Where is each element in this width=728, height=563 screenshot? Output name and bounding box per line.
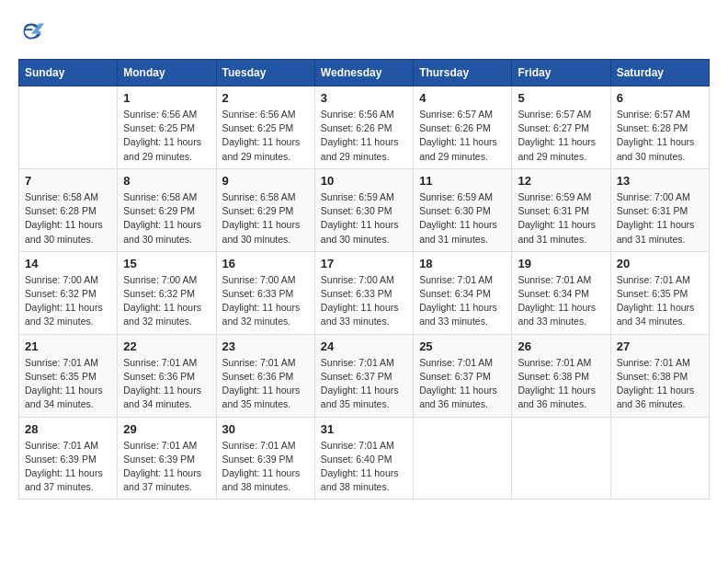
- day-number: 20: [617, 257, 703, 270]
- calendar-cell: 11Sunrise: 6:59 AM Sunset: 6:30 PM Dayli…: [414, 168, 512, 251]
- calendar-cell: 19Sunrise: 7:01 AM Sunset: 6:34 PM Dayli…: [512, 251, 610, 334]
- calendar-cell: 4Sunrise: 6:57 AM Sunset: 6:26 PM Daylig…: [414, 86, 512, 169]
- day-number: 6: [617, 91, 703, 105]
- calendar-cell: 23Sunrise: 7:01 AM Sunset: 6:36 PM Dayli…: [216, 334, 314, 417]
- day-info: Sunrise: 7:01 AM Sunset: 6:39 PM Dayligh…: [222, 439, 309, 495]
- day-number: 22: [123, 339, 210, 353]
- header-saturday: Saturday: [610, 60, 709, 86]
- day-info: Sunrise: 7:01 AM Sunset: 6:38 PM Dayligh…: [617, 356, 703, 412]
- day-info: Sunrise: 7:01 AM Sunset: 6:37 PM Dayligh…: [419, 356, 506, 412]
- calendar-cell: 14Sunrise: 7:00 AM Sunset: 6:32 PM Dayli…: [19, 251, 118, 334]
- day-info: Sunrise: 6:58 AM Sunset: 6:29 PM Dayligh…: [123, 190, 210, 247]
- day-number: 15: [123, 257, 210, 270]
- day-number: 13: [617, 174, 703, 188]
- calendar-cell: 18Sunrise: 7:01 AM Sunset: 6:34 PM Dayli…: [414, 251, 512, 334]
- calendar-cell: 31Sunrise: 7:01 AM Sunset: 6:40 PM Dayli…: [314, 417, 413, 500]
- calendar-cell: 24Sunrise: 7:01 AM Sunset: 6:37 PM Dayli…: [314, 334, 413, 417]
- header-thursday: Thursday: [414, 60, 512, 86]
- logo-icon: [18, 18, 44, 44]
- calendar-cell: 6Sunrise: 6:57 AM Sunset: 6:28 PM Daylig…: [610, 86, 709, 169]
- calendar-cell: [414, 417, 512, 500]
- week-row-4: 28Sunrise: 7:01 AM Sunset: 6:39 PM Dayli…: [19, 417, 710, 500]
- day-info: Sunrise: 6:57 AM Sunset: 6:27 PM Dayligh…: [518, 108, 604, 164]
- day-info: Sunrise: 6:59 AM Sunset: 6:30 PM Dayligh…: [419, 190, 506, 247]
- week-row-3: 21Sunrise: 7:01 AM Sunset: 6:35 PM Dayli…: [19, 334, 710, 417]
- day-number: 1: [123, 91, 210, 105]
- calendar-cell: 28Sunrise: 7:01 AM Sunset: 6:39 PM Dayli…: [19, 417, 118, 500]
- day-info: Sunrise: 7:00 AM Sunset: 6:31 PM Dayligh…: [617, 190, 703, 247]
- calendar-cell: 27Sunrise: 7:01 AM Sunset: 6:38 PM Dayli…: [610, 334, 709, 417]
- header-monday: Monday: [118, 60, 216, 86]
- week-row-0: 1Sunrise: 6:56 AM Sunset: 6:25 PM Daylig…: [19, 86, 710, 169]
- day-number: 16: [222, 257, 309, 270]
- calendar-table: SundayMondayTuesdayWednesdayThursdayFrid…: [18, 59, 710, 500]
- day-info: Sunrise: 7:00 AM Sunset: 6:32 PM Dayligh…: [123, 273, 210, 329]
- calendar-cell: [610, 417, 709, 500]
- day-number: 12: [518, 174, 604, 188]
- logo: [18, 18, 48, 44]
- day-number: 4: [419, 91, 506, 105]
- calendar-header: SundayMondayTuesdayWednesdayThursdayFrid…: [19, 60, 710, 86]
- day-number: 21: [25, 339, 111, 353]
- calendar-cell: 3Sunrise: 6:56 AM Sunset: 6:26 PM Daylig…: [314, 86, 413, 169]
- calendar-cell: 8Sunrise: 6:58 AM Sunset: 6:29 PM Daylig…: [118, 168, 216, 251]
- calendar-cell: [512, 417, 610, 500]
- calendar-cell: 13Sunrise: 7:00 AM Sunset: 6:31 PM Dayli…: [610, 168, 709, 251]
- calendar-cell: 7Sunrise: 6:58 AM Sunset: 6:28 PM Daylig…: [19, 168, 118, 251]
- calendar-cell: 25Sunrise: 7:01 AM Sunset: 6:37 PM Dayli…: [414, 334, 512, 417]
- day-info: Sunrise: 7:00 AM Sunset: 6:33 PM Dayligh…: [222, 273, 309, 329]
- header-wednesday: Wednesday: [314, 60, 413, 86]
- day-number: 30: [222, 422, 309, 436]
- day-number: 11: [419, 174, 506, 188]
- header-sunday: Sunday: [19, 60, 118, 86]
- day-number: 23: [222, 339, 309, 353]
- day-info: Sunrise: 7:00 AM Sunset: 6:32 PM Dayligh…: [25, 273, 111, 329]
- calendar-cell: [19, 86, 118, 169]
- calendar-cell: 21Sunrise: 7:01 AM Sunset: 6:35 PM Dayli…: [19, 334, 118, 417]
- day-info: Sunrise: 7:00 AM Sunset: 6:33 PM Dayligh…: [321, 273, 407, 329]
- day-info: Sunrise: 6:56 AM Sunset: 6:25 PM Dayligh…: [123, 108, 210, 164]
- day-info: Sunrise: 7:01 AM Sunset: 6:39 PM Dayligh…: [25, 439, 111, 495]
- day-number: 9: [222, 174, 309, 188]
- day-info: Sunrise: 6:57 AM Sunset: 6:28 PM Dayligh…: [617, 108, 703, 164]
- calendar-cell: 12Sunrise: 6:59 AM Sunset: 6:31 PM Dayli…: [512, 168, 610, 251]
- day-info: Sunrise: 7:01 AM Sunset: 6:36 PM Dayligh…: [222, 356, 309, 412]
- header-friday: Friday: [512, 60, 610, 86]
- day-info: Sunrise: 6:56 AM Sunset: 6:25 PM Dayligh…: [222, 108, 309, 164]
- day-info: Sunrise: 6:59 AM Sunset: 6:31 PM Dayligh…: [518, 190, 604, 247]
- day-info: Sunrise: 7:01 AM Sunset: 6:40 PM Dayligh…: [321, 439, 407, 495]
- day-number: 2: [222, 91, 309, 105]
- calendar-cell: 1Sunrise: 6:56 AM Sunset: 6:25 PM Daylig…: [118, 86, 216, 169]
- day-info: Sunrise: 6:56 AM Sunset: 6:26 PM Dayligh…: [321, 108, 407, 164]
- day-number: 27: [617, 339, 703, 353]
- day-number: 26: [518, 339, 604, 353]
- day-number: 19: [518, 257, 604, 270]
- day-info: Sunrise: 7:01 AM Sunset: 6:34 PM Dayligh…: [518, 273, 604, 329]
- calendar-cell: 10Sunrise: 6:59 AM Sunset: 6:30 PM Dayli…: [314, 168, 413, 251]
- page-header: [18, 18, 710, 44]
- calendar-cell: 26Sunrise: 7:01 AM Sunset: 6:38 PM Dayli…: [512, 334, 610, 417]
- day-number: 14: [25, 257, 111, 270]
- day-info: Sunrise: 7:01 AM Sunset: 6:38 PM Dayligh…: [518, 356, 604, 412]
- day-info: Sunrise: 7:01 AM Sunset: 6:37 PM Dayligh…: [321, 356, 407, 412]
- calendar-cell: 5Sunrise: 6:57 AM Sunset: 6:27 PM Daylig…: [512, 86, 610, 169]
- day-number: 31: [321, 422, 407, 436]
- header-tuesday: Tuesday: [216, 60, 314, 86]
- day-info: Sunrise: 6:58 AM Sunset: 6:28 PM Dayligh…: [25, 190, 111, 247]
- day-info: Sunrise: 7:01 AM Sunset: 6:36 PM Dayligh…: [123, 356, 210, 412]
- day-number: 29: [123, 422, 210, 436]
- day-number: 25: [419, 339, 506, 353]
- calendar-cell: 22Sunrise: 7:01 AM Sunset: 6:36 PM Dayli…: [118, 334, 216, 417]
- day-number: 5: [518, 91, 604, 105]
- day-info: Sunrise: 7:01 AM Sunset: 6:35 PM Dayligh…: [25, 356, 111, 412]
- week-row-2: 14Sunrise: 7:00 AM Sunset: 6:32 PM Dayli…: [19, 251, 710, 334]
- day-number: 17: [321, 257, 407, 270]
- calendar-cell: 16Sunrise: 7:00 AM Sunset: 6:33 PM Dayli…: [216, 251, 314, 334]
- calendar-cell: 20Sunrise: 7:01 AM Sunset: 6:35 PM Dayli…: [610, 251, 709, 334]
- day-number: 10: [321, 174, 407, 188]
- day-info: Sunrise: 6:58 AM Sunset: 6:29 PM Dayligh…: [222, 190, 309, 247]
- day-number: 7: [25, 174, 111, 188]
- calendar-cell: 2Sunrise: 6:56 AM Sunset: 6:25 PM Daylig…: [216, 86, 314, 169]
- day-info: Sunrise: 6:59 AM Sunset: 6:30 PM Dayligh…: [321, 190, 407, 247]
- day-info: Sunrise: 7:01 AM Sunset: 6:39 PM Dayligh…: [123, 439, 210, 495]
